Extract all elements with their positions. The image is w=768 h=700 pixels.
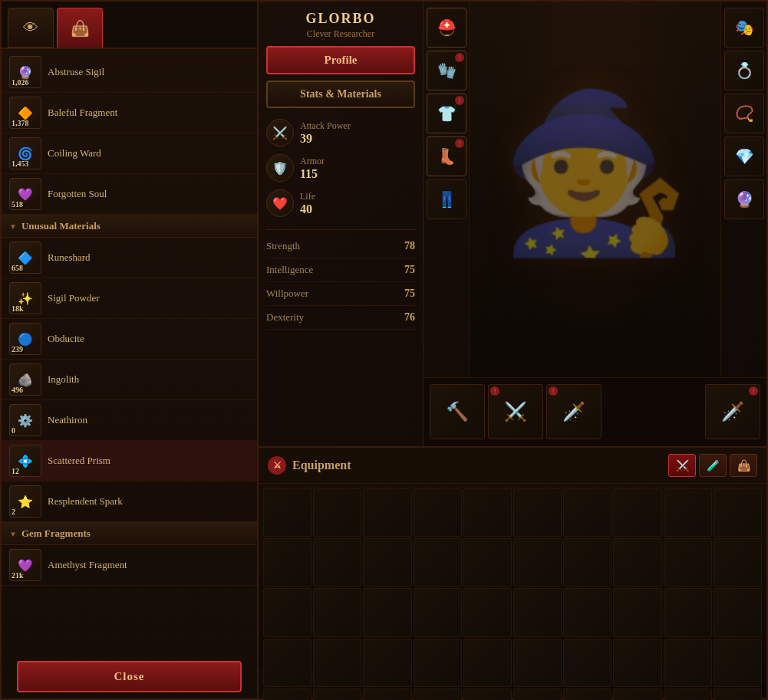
item-icon-forgotten: 💜 518 <box>9 178 41 210</box>
intelligence-label: Intelligence <box>266 264 313 276</box>
equip-cell[interactable] <box>563 538 611 587</box>
equip-cell[interactable] <box>313 639 361 687</box>
equip-cell[interactable] <box>714 688 762 700</box>
equip-slot-offhand[interactable]: 🔮 <box>724 179 764 219</box>
weapon-slot-2[interactable]: ⚔️ ! <box>488 384 543 439</box>
equip-cell[interactable] <box>513 688 562 700</box>
dexterity-value: 76 <box>404 311 415 324</box>
weapon-slot-1[interactable]: 🔨 <box>430 384 485 439</box>
equip-cell[interactable] <box>664 588 712 636</box>
equip-slot-chest[interactable]: 👕 ! <box>427 94 466 133</box>
equip-cell[interactable] <box>664 538 712 587</box>
equip-cell[interactable] <box>563 639 611 687</box>
equip-slot-gloves[interactable]: 🧤 ! <box>427 51 466 90</box>
equip-cell[interactable] <box>513 488 562 537</box>
weapon-slot-3[interactable]: 🗡️ ! <box>546 384 602 439</box>
equip-cell[interactable] <box>714 588 762 636</box>
attack-icon: ⚔️ <box>266 119 294 146</box>
slot-badge: ! <box>455 139 464 148</box>
equip-cell[interactable] <box>263 688 311 700</box>
slot-badge-weapon: ! <box>490 386 499 396</box>
item-icon-ingolith: 🪨 496 <box>9 363 41 396</box>
equip-cell[interactable] <box>714 639 762 687</box>
equip-slot-ring1[interactable]: 💍 <box>724 51 764 90</box>
equip-cell[interactable] <box>313 588 361 636</box>
equip-tab-bag[interactable]: 👜 <box>730 454 757 477</box>
equip-cell[interactable] <box>463 688 512 700</box>
equip-slot-pants[interactable]: 👖 <box>427 179 466 219</box>
equip-cell[interactable] <box>513 538 562 587</box>
equip-cell[interactable] <box>613 588 661 636</box>
list-item[interactable]: 💜 518 Forgotten Soul <box>2 174 257 215</box>
equip-cell[interactable] <box>414 488 462 537</box>
equip-cell[interactable] <box>414 588 462 636</box>
attr-dexterity: Dexterity 76 <box>266 306 415 330</box>
equip-cell[interactable] <box>363 639 411 687</box>
equip-cell[interactable] <box>513 639 562 687</box>
tab-bag[interactable]: 👜 <box>57 8 103 48</box>
equip-cell[interactable] <box>563 588 611 636</box>
equip-cell[interactable] <box>363 588 411 636</box>
equip-cell[interactable] <box>714 538 762 587</box>
equip-cell[interactable] <box>563 688 611 700</box>
armor-icon: 🛡️ <box>266 154 294 182</box>
equip-cell[interactable] <box>313 488 361 537</box>
equip-cell[interactable] <box>714 488 762 537</box>
profile-button[interactable]: Profile <box>266 46 415 74</box>
equip-cell[interactable] <box>463 588 512 636</box>
equip-cell[interactable] <box>664 488 712 537</box>
equip-cell[interactable] <box>463 488 512 537</box>
list-item[interactable]: ⭐ 2 Resplendent Spark <box>2 481 257 522</box>
equip-cell[interactable] <box>313 538 361 587</box>
equip-tab-potions[interactable]: 🧪 <box>699 454 727 477</box>
equip-cell[interactable] <box>664 688 712 700</box>
equip-cell[interactable] <box>363 488 411 537</box>
equip-cell[interactable] <box>613 538 661 587</box>
item-name-ingolith: Ingolith <box>48 373 79 386</box>
equip-cell[interactable] <box>613 488 661 537</box>
item-name-obducite: Obducite <box>48 333 84 345</box>
equip-cell[interactable] <box>363 688 411 700</box>
equip-cell[interactable] <box>313 688 361 700</box>
equip-tab-weapons[interactable]: ⚔️ <box>668 454 696 477</box>
equip-cell[interactable] <box>263 538 311 587</box>
close-button[interactable]: Close <box>17 661 242 692</box>
equip-slot-amulet[interactable]: 📿 <box>724 94 764 133</box>
item-name-forgotten: Forgotten Soul <box>48 188 107 200</box>
list-item[interactable]: 🌀 1,453 Coiling Ward <box>2 133 257 174</box>
list-item[interactable]: 🔷 658 Runeshard <box>2 238 257 278</box>
equip-cell[interactable] <box>263 488 311 537</box>
equip-cell[interactable] <box>613 688 661 700</box>
item-icon-neathiron: ⚙️ 0 <box>9 404 41 436</box>
tab-eye[interactable]: 👁 <box>8 8 54 48</box>
equip-cell[interactable] <box>263 639 311 687</box>
equipment-label: Equipment <box>292 458 351 472</box>
equip-cell[interactable] <box>664 639 712 687</box>
list-item[interactable]: 🔶 1,378 Baleful Fragment <box>2 93 257 133</box>
list-item-scattered[interactable]: 💠 12 Scattered Prism <box>2 441 257 481</box>
equip-cell[interactable] <box>414 688 462 700</box>
list-item[interactable]: 🔵 239 Obducite <box>2 319 257 360</box>
stats-button[interactable]: Stats & Materials <box>266 81 415 108</box>
life-value: 40 <box>300 202 315 216</box>
equip-slot-head-r[interactable]: 🎭 <box>724 8 764 48</box>
list-item[interactable]: ⚙️ 0 Neathiron <box>2 400 257 441</box>
equip-cell[interactable] <box>563 488 611 537</box>
list-item[interactable]: 🪨 496 Ingolith <box>2 360 257 400</box>
equip-cell[interactable] <box>463 639 512 687</box>
equip-cell[interactable] <box>414 538 462 587</box>
equip-cell[interactable] <box>263 588 311 636</box>
equip-cell[interactable] <box>414 639 462 687</box>
list-item[interactable]: 🔮 1,026 Abstruse Sigil <box>2 52 257 93</box>
weapon-slot-offhand[interactable]: 🗡️ ! <box>705 384 760 439</box>
equip-slot-helmet[interactable]: ⛑️ <box>427 8 466 48</box>
equip-slot-ring2[interactable]: 💎 <box>724 136 764 176</box>
equip-slot-boots[interactable]: 👢 ! <box>427 136 466 176</box>
equip-cell[interactable] <box>513 588 562 636</box>
char-section: GLORBO Clever Researcher Profile Stats &… <box>259 2 766 446</box>
equip-cell[interactable] <box>613 639 661 687</box>
equip-cell[interactable] <box>463 538 512 587</box>
list-item[interactable]: 💜 21k Amethyst Fragment <box>2 545 257 586</box>
equip-cell[interactable] <box>363 538 411 587</box>
list-item[interactable]: ✨ 18k Sigil Powder <box>2 278 257 319</box>
